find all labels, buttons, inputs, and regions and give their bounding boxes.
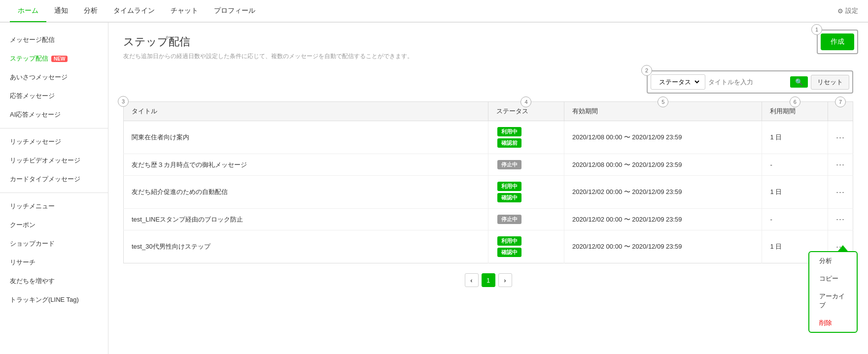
nav-items: ホーム 通知 分析 タイムライン チャット プロフィール	[10, 0, 263, 22]
action-dots-button[interactable]: ···	[836, 214, 845, 225]
gear-icon: ⚙	[837, 7, 843, 15]
create-button[interactable]: 作成	[821, 33, 854, 50]
context-menu: 分析コピーアーカイブ削除	[808, 251, 858, 333]
nav-notification[interactable]: 通知	[46, 0, 76, 22]
sidebar-item-grow-friends[interactable]: 友だちを増やす	[0, 272, 108, 290]
cell-actions: ···	[828, 176, 853, 209]
cell-status: 利用中確認前	[488, 121, 564, 154]
search-input[interactable]	[708, 78, 787, 86]
new-badge: NEW	[51, 56, 68, 62]
divider-2	[0, 193, 108, 193]
cell-title: test_LINEスタンプ経由のブロック防止	[124, 209, 488, 230]
col-actions: 7	[828, 102, 853, 121]
nav-timeline[interactable]: タイムライン	[105, 0, 163, 22]
sidebar-item-response[interactable]: 応答メッセージ	[0, 87, 108, 105]
status-badge: 確認前	[497, 138, 521, 148]
cell-usage: 1 日	[762, 121, 828, 154]
main-content: 1 作成 ステップ配信 友だち追加日からの経過日数や設定した条件に応じて、複数の…	[108, 23, 868, 354]
context-menu-item[interactable]: アーカイブ	[809, 288, 857, 314]
sidebar-item-card-message[interactable]: カードタイプメッセージ	[0, 170, 108, 189]
cell-usage: -	[762, 154, 828, 176]
context-menu-wrapper: 分析コピーアーカイブ削除	[808, 245, 858, 333]
prev-page-button[interactable]: ‹	[465, 273, 479, 287]
col-usage: 6 利用期間	[762, 102, 828, 121]
cell-status: 利用中確認中	[488, 176, 564, 209]
sidebar-item-shop-card[interactable]: ショップカード	[0, 234, 108, 253]
annotation-7: 7	[835, 97, 846, 107]
cell-validity: 2020/12/08 00:00 〜 2020/12/09 23:59	[564, 121, 762, 154]
nav-analysis[interactable]: 分析	[76, 0, 105, 22]
context-menu-item[interactable]: 分析	[809, 252, 857, 270]
col-status: 4 ステータス	[488, 102, 564, 121]
annotation-1: 1	[811, 24, 822, 35]
cell-title: 関東在住者向け案内	[124, 121, 488, 154]
top-nav: ホーム 通知 分析 タイムライン チャット プロフィール ⚙ 設定	[0, 0, 868, 23]
sidebar-item-ai-response[interactable]: AI応答メッセージ	[0, 105, 108, 124]
search-bar-wrapper: ステータス 利用中 停止中 🔍 リセット	[647, 70, 853, 94]
reset-button[interactable]: リセット	[811, 75, 849, 90]
current-page-button[interactable]: 1	[482, 273, 495, 287]
sidebar-item-message[interactable]: メッセージ配信	[0, 31, 108, 49]
status-badge: 停止中	[497, 160, 521, 169]
col-title: タイトル	[124, 102, 488, 121]
sidebar-item-rich-video[interactable]: リッチビデオメッセージ	[0, 151, 108, 170]
action-dots-button[interactable]: ···	[836, 187, 845, 197]
data-table: タイトル 4 ステータス 5 有効期間 6 利用期間	[123, 101, 853, 263]
cell-title: 友だち歴３カ月時点での御礼メッセージ	[124, 154, 488, 176]
table-row: test_LINEスタンプ経由のブロック防止停止中2020/12/02 00:0…	[124, 209, 853, 230]
sidebar-item-coupon[interactable]: クーポン	[0, 216, 108, 234]
annotation-4: 4	[521, 97, 531, 107]
table-wrapper: 3 タイトル 4 ステータス 5 有効期間	[123, 101, 853, 263]
cell-actions: ···分析コピーアーカイブ削除	[828, 230, 853, 263]
cell-status: 停止中	[488, 154, 564, 176]
table-row: 友だち歴３カ月時点での御礼メッセージ停止中2020/12/08 00:00 〜 …	[124, 154, 853, 176]
status-select[interactable]: ステータス 利用中 停止中	[655, 77, 701, 87]
search-button[interactable]: 🔍	[790, 76, 808, 88]
sidebar-item-greeting[interactable]: あいさつメッセージ	[0, 68, 108, 87]
action-dots-button[interactable]: ···	[836, 132, 845, 143]
context-menu-item[interactable]: 削除	[809, 314, 857, 332]
annotation-6: 6	[790, 97, 800, 107]
sidebar: メッセージ配信 ステップ配信 NEW あいさつメッセージ 応答メッセージ AI応…	[0, 23, 108, 354]
sidebar-item-research[interactable]: リサーチ	[0, 253, 108, 272]
page-description: 友だち追加日からの経過日数や設定した条件に応じて、複数のメッセージを自動で配信す…	[123, 52, 853, 61]
table-row: test_30代男性向けステップ利用中確認中2020/12/02 00:00 〜…	[124, 230, 853, 263]
nav-profile[interactable]: プロフィール	[206, 0, 263, 22]
sidebar-item-tracking[interactable]: トラッキング(LINE Tag)	[0, 290, 108, 309]
pagination: ‹ 1 ›	[123, 273, 853, 287]
action-dots-button[interactable]: ···	[836, 160, 845, 170]
next-page-button[interactable]: ›	[498, 273, 512, 287]
callout-arrow	[838, 245, 848, 251]
cell-actions: ···	[828, 154, 853, 176]
cell-validity: 2020/12/08 00:00 〜 2020/12/09 23:59	[564, 154, 762, 176]
cell-title: 友だち紹介促進のための自動配信	[124, 176, 488, 209]
sidebar-item-rich-menu[interactable]: リッチメニュー	[0, 197, 108, 216]
cell-validity: 2020/12/02 00:00 〜 2020/12/09 23:59	[564, 176, 762, 209]
cell-validity: 2020/12/02 00:00 〜 2020/12/09 23:59	[564, 230, 762, 263]
table-row: 友だち紹介促進のための自動配信利用中確認中2020/12/02 00:00 〜 …	[124, 176, 853, 209]
settings-label: 設定	[845, 6, 858, 15]
cell-status: 停止中	[488, 209, 564, 230]
divider-1	[0, 128, 108, 129]
sidebar-item-step[interactable]: ステップ配信 NEW	[0, 49, 108, 68]
annotation-2: 2	[641, 65, 652, 76]
annotation-3: 3	[118, 96, 129, 107]
status-badge: 利用中	[497, 127, 521, 136]
status-badge: 利用中	[497, 236, 521, 246]
layout: メッセージ配信 ステップ配信 NEW あいさつメッセージ 応答メッセージ AI応…	[0, 23, 868, 354]
context-menu-item[interactable]: コピー	[809, 270, 857, 288]
col-validity: 5 有効期間	[564, 102, 762, 121]
nav-chat[interactable]: チャット	[163, 0, 206, 22]
annotation-5: 5	[658, 97, 668, 107]
cell-status: 利用中確認中	[488, 230, 564, 263]
status-badge: 確認中	[497, 193, 521, 202]
settings-link[interactable]: ⚙ 設定	[837, 6, 858, 15]
nav-home[interactable]: ホーム	[10, 0, 46, 22]
sidebar-item-rich-message[interactable]: リッチメッセージ	[0, 132, 108, 151]
page-title: ステップ配信	[123, 34, 853, 49]
cell-usage: -	[762, 209, 828, 230]
status-badge: 確認中	[497, 248, 521, 257]
cell-usage: 1 日	[762, 176, 828, 209]
cell-actions: ···	[828, 121, 853, 154]
cell-title: test_30代男性向けステップ	[124, 230, 488, 263]
